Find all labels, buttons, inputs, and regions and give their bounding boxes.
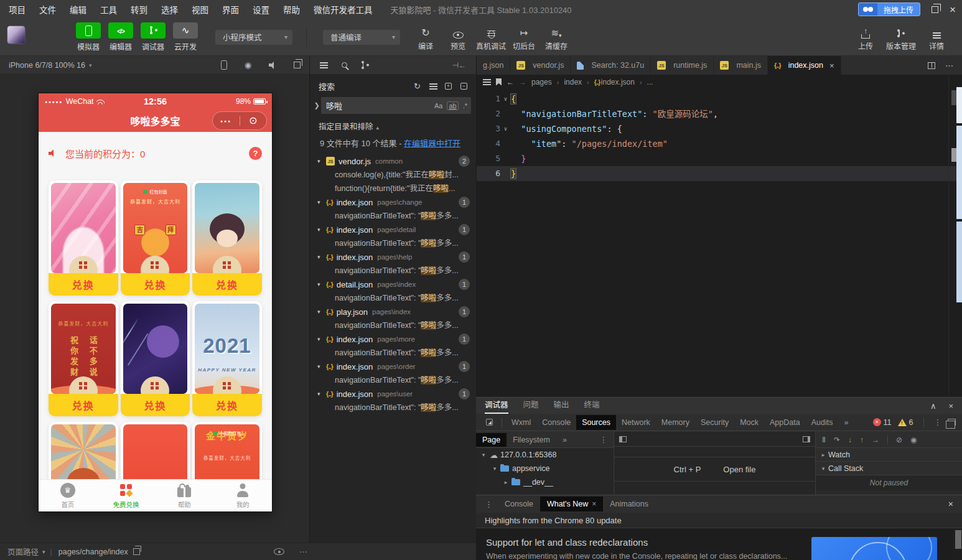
devtools-tab[interactable]: Audits	[806, 415, 839, 430]
exchange-card[interactable]: 兑换	[49, 180, 118, 296]
collapse-panel-icon[interactable]: ∧	[930, 401, 936, 411]
search-result-file[interactable]: ▾index.jsonpages\detail1	[310, 223, 476, 236]
close-tab-icon[interactable]: ×	[592, 500, 596, 508]
bookmark-icon[interactable]	[496, 78, 502, 86]
exchange-button[interactable]: 兑换	[192, 394, 262, 416]
whole-word-toggle[interactable]: ab	[447, 101, 458, 110]
search-result-file[interactable]: ▾detail.jsonpages\index1	[310, 278, 476, 291]
screenshot-icon[interactable]	[294, 62, 301, 68]
code-line[interactable]: 2 "navigationBarTitleText": "欧皇源码论坛",	[477, 106, 962, 121]
switch-background-button[interactable]: 切后台	[510, 24, 538, 51]
split-editor-icon[interactable]	[928, 62, 935, 69]
editor-tab[interactable]: g.json	[477, 56, 510, 75]
chevron-down-icon[interactable]: ▾	[317, 254, 326, 260]
drawer-tab[interactable]: What's New×	[540, 497, 603, 511]
debugger-button[interactable]: 调试器	[139, 22, 167, 52]
drawer-tab[interactable]: Animations	[603, 497, 655, 511]
menu-item[interactable]: 界面	[222, 3, 239, 16]
code-line[interactable]: 5 }	[477, 151, 962, 166]
search-match-line[interactable]: navigationBarTitleText": "哆啦多多...	[310, 264, 476, 278]
step-over-icon[interactable]: ↷	[834, 436, 840, 444]
search-result-file[interactable]: ▾index.jsonpages\user1	[310, 387, 476, 401]
eye-icon[interactable]	[274, 548, 284, 555]
sound-icon[interactable]	[269, 62, 276, 69]
devtools-tab[interactable]: Mock	[734, 415, 764, 430]
back-icon[interactable]: ←	[507, 78, 514, 86]
restore-window-button[interactable]	[932, 4, 938, 15]
exchange-button[interactable]: 兑换	[192, 273, 262, 296]
exchange-button[interactable]: 兑换	[121, 394, 190, 416]
search-match-line[interactable]: navigationBarTitleText": "哆啦多多...	[310, 373, 476, 387]
breadcrumb-item[interactable]: ...	[647, 78, 653, 86]
tab-home[interactable]: 首页	[39, 480, 97, 511]
collapse-left-icon[interactable]	[619, 436, 627, 442]
error-count-badge[interactable]: ×11	[873, 418, 892, 427]
details-button[interactable]: 详情	[922, 24, 951, 51]
debugger-tab[interactable]: 调试器	[485, 398, 508, 414]
simulator-button[interactable]: 模拟器	[75, 22, 102, 52]
editor-tab[interactable]: Search: 32.u7u	[571, 56, 651, 75]
project-avatar[interactable]	[7, 26, 25, 44]
close-tab-icon[interactable]: ×	[829, 61, 834, 70]
search-result-file[interactable]: ▾index.jsonpages\more1	[310, 332, 476, 346]
collapse-all-icon[interactable]: −	[460, 83, 467, 90]
close-drawer-button[interactable]: ×	[948, 499, 962, 509]
drawer-tab[interactable]: Console	[498, 497, 540, 511]
chevron-down-icon[interactable]: ▾	[317, 199, 326, 205]
breadcrumb-item[interactable]: index	[564, 78, 582, 86]
help-badge[interactable]: ?	[249, 147, 262, 160]
close-panel-icon[interactable]: ×	[948, 401, 953, 411]
version-control-button[interactable]: 版本管理	[886, 24, 916, 51]
match-case-toggle[interactable]: Aa	[434, 102, 442, 110]
fold-icon[interactable]: ∨	[500, 91, 511, 106]
open-in-editor-link[interactable]: 在编辑器中打开	[404, 139, 460, 148]
drawer-scrollbar[interactable]	[955, 530, 961, 549]
search-match-line[interactable]: console.log(e),{title:"我正在哆啦封...	[310, 168, 476, 182]
expand-search-icon[interactable]: ❯	[312, 101, 321, 110]
clear-cache-button[interactable]: ▾清缓存	[542, 24, 571, 51]
search-match-line[interactable]: navigationBarTitleText": "哆啦多多...	[310, 291, 476, 305]
clear-results-icon[interactable]	[429, 83, 436, 90]
debugger-tab[interactable]: 输出	[554, 398, 569, 414]
call-stack-section[interactable]: ▾Call Stack	[816, 462, 962, 475]
search-input[interactable]: 哆啦 Aa ab .*	[321, 97, 471, 114]
tree-caret-icon[interactable]: ▾	[480, 452, 487, 458]
editor-tab[interactable]: main.js	[714, 56, 768, 75]
devtools-tab[interactable]: Security	[695, 415, 734, 430]
tree-item[interactable]: ▸__dev__	[476, 475, 614, 489]
exchange-card[interactable]: 红包封面恭喜发财，大吉大利吉拜兑换	[121, 180, 190, 296]
warning-count-badge[interactable]: 6	[898, 418, 913, 427]
breadcrumb-item[interactable]: {..} index.json	[594, 78, 635, 86]
forward-icon[interactable]: →	[519, 78, 526, 86]
exchange-card[interactable]: 兑换	[192, 180, 262, 296]
editor-tab[interactable]: index.json×	[768, 56, 841, 75]
exchange-button[interactable]: 兑换	[49, 394, 118, 416]
devtools-tab[interactable]: Console	[536, 415, 576, 430]
debugger-tab[interactable]: 问题	[523, 398, 539, 414]
preview-button[interactable]: 预览	[444, 24, 472, 51]
chevron-down-icon[interactable]: ▾	[317, 158, 326, 164]
compile-button[interactable]: 编译	[411, 24, 440, 51]
search-match-line[interactable]: navigationBarTitleText": "哆啦多多...	[310, 209, 476, 223]
overlay-scrollbar[interactable]	[956, 87, 962, 305]
pause-icon[interactable]: Ⅱ	[822, 436, 826, 444]
more-icon[interactable]: ⋯	[299, 547, 307, 556]
search-icon[interactable]	[342, 62, 347, 68]
step-into-icon[interactable]: ↓	[848, 436, 852, 444]
menu-item[interactable]: 微信开发者工具	[314, 3, 373, 16]
remote-debug-button[interactable]: 真机调试	[476, 24, 506, 51]
regex-toggle[interactable]: .*	[463, 102, 467, 110]
copy-path-icon[interactable]	[133, 548, 140, 555]
menu-item[interactable]: 设置	[253, 3, 269, 16]
search-match-line[interactable]: navigationBarTitleText": "哆啦多多...	[310, 346, 476, 360]
tree-item[interactable]: ▾appservice	[476, 462, 614, 475]
devtools-tab[interactable]: Memory	[656, 415, 695, 430]
open-in-editor-icon[interactable]: +	[445, 83, 452, 90]
device-frame-icon[interactable]	[221, 60, 227, 70]
breadcrumb-item[interactable]: pages	[531, 78, 552, 86]
menu-item[interactable]: 视图	[192, 3, 208, 16]
menu-item[interactable]: 项目	[9, 3, 26, 16]
search-match-line[interactable]: navigationBarTitleText": "哆啦多多...	[310, 236, 476, 250]
step-icon[interactable]: →	[872, 436, 879, 444]
search-result-file[interactable]: ▾index.jsonpages\order1	[310, 360, 476, 373]
